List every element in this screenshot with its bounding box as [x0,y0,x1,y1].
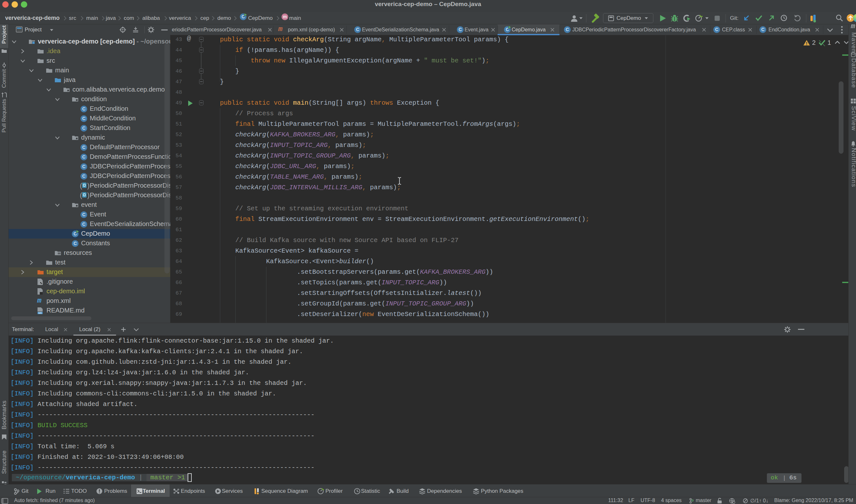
svg-text:MD: MD [38,312,42,314]
